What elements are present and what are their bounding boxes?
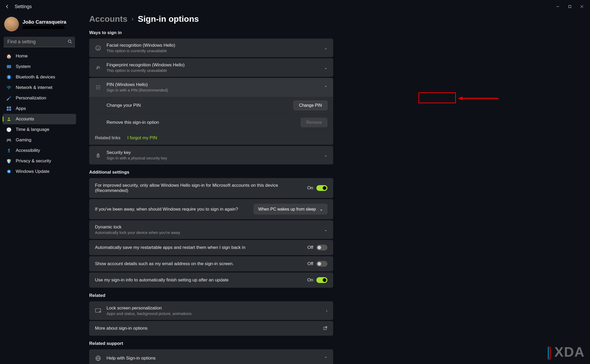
- remove-button[interactable]: Remove: [301, 118, 327, 127]
- usb-key-icon: [95, 153, 101, 158]
- external-link-icon: [323, 326, 327, 331]
- svg-point-27: [98, 156, 99, 156]
- sidebar-item-network[interactable]: Network & internet: [3, 82, 76, 93]
- sidebar-item-accounts[interactable]: Accounts: [3, 114, 76, 124]
- sidebar-item-system[interactable]: System: [3, 61, 76, 72]
- sidebar-item-home[interactable]: 🏠Home: [3, 51, 76, 61]
- apps-icon: [6, 106, 12, 111]
- svg-rect-28: [95, 309, 101, 312]
- svg-rect-6: [7, 106, 9, 108]
- svg-rect-4: [7, 65, 11, 68]
- page-title: Sign-in options: [138, 14, 199, 24]
- svg-point-11: [8, 149, 9, 150]
- search-icon: [68, 39, 72, 45]
- sidebar-item-update[interactable]: Windows Update: [3, 166, 76, 177]
- forgot-pin-link[interactable]: I forgot my PIN: [127, 135, 157, 141]
- svg-rect-8: [7, 109, 9, 111]
- option-security-key[interactable]: Security key Sign in with a physical sec…: [89, 146, 333, 164]
- chevron-down-icon: ⌄: [324, 228, 327, 232]
- svg-point-2: [68, 40, 71, 42]
- nav-list: 🏠Home System Bluetooth & devices Network…: [3, 51, 76, 177]
- bluetooth-icon: [6, 74, 12, 80]
- option-facial[interactable]: Facial recognition (Windows Hello) This …: [89, 39, 333, 57]
- svg-point-12: [7, 170, 11, 173]
- svg-point-20: [98, 87, 98, 87]
- svg-point-18: [99, 85, 100, 86]
- option-pin-header[interactable]: PIN (Windows Hello) Sign in with a PIN (…: [89, 78, 333, 97]
- setting-finish-setup: Use my sign-in info to automatically fin…: [89, 272, 333, 288]
- related-more[interactable]: More about sign-in options: [89, 321, 333, 336]
- sidebar-item-gaming[interactable]: 🎮Gaming: [3, 135, 76, 145]
- sidebar-item-bluetooth[interactable]: Bluetooth & devices: [3, 72, 76, 82]
- close-button[interactable]: [576, 2, 588, 11]
- gaming-icon: 🎮: [6, 137, 12, 143]
- accessibility-icon: [6, 148, 12, 153]
- globe-icon: 🕐: [6, 127, 12, 132]
- sidebar-item-apps[interactable]: Apps: [3, 103, 76, 114]
- related-lock-screen[interactable]: Lock screen personalization Apps and sta…: [89, 301, 333, 320]
- keypad-icon: [95, 85, 101, 90]
- wifi-icon: [6, 85, 12, 90]
- chevron-right-icon: ›: [326, 309, 327, 313]
- profile-name: João Carrasqueira: [23, 19, 66, 25]
- related-links-row: Related links I forgot my PIN: [89, 131, 333, 145]
- brush-icon: 🖌️: [6, 95, 12, 101]
- option-fingerprint[interactable]: Fingerprint recognition (Windows Hello) …: [89, 58, 333, 77]
- section-ways: Ways to sign in: [89, 30, 333, 35]
- away-dropdown[interactable]: When PC wakes up from sleep ⌄: [254, 204, 327, 215]
- face-icon: [95, 45, 101, 51]
- fingerprint-icon: [95, 65, 101, 71]
- svg-point-16: [96, 85, 97, 86]
- search-input[interactable]: [4, 37, 75, 47]
- setting-dynamic-lock[interactable]: Dynamic lock Automatically lock your dev…: [89, 220, 333, 239]
- svg-point-24: [99, 88, 100, 89]
- shield-icon: 🛡️: [6, 158, 12, 164]
- svg-point-17: [98, 85, 98, 86]
- svg-line-3: [71, 42, 72, 43]
- breadcrumb: Accounts › Sign-in options: [89, 14, 333, 24]
- profile-email-redacted: [23, 25, 65, 29]
- chevron-down-icon: ⌄: [324, 46, 327, 50]
- minimize-button[interactable]: [552, 2, 564, 11]
- svg-point-23: [98, 88, 98, 89]
- svg-point-21: [99, 87, 100, 87]
- sidebar-item-time[interactable]: 🕐Time & language: [3, 124, 76, 135]
- section-related: Related: [89, 293, 333, 298]
- window-title: Settings: [15, 4, 32, 9]
- person-icon: [6, 116, 12, 122]
- setting-away: If you've been away, when should Windows…: [89, 199, 333, 219]
- change-pin-button[interactable]: Change PIN: [294, 101, 327, 110]
- sidebar-item-privacy[interactable]: 🛡️Privacy & security: [3, 156, 76, 166]
- lockscreen-icon: [95, 308, 101, 313]
- breadcrumb-parent[interactable]: Accounts: [89, 14, 127, 24]
- remove-pin-row: Remove this sign-in option Remove: [89, 114, 333, 131]
- chevron-down-icon: ⌄: [320, 207, 323, 212]
- autosave-toggle[interactable]: [316, 245, 327, 250]
- hello-only-toggle[interactable]: [316, 185, 327, 191]
- chevron-up-icon: ⌃: [324, 356, 327, 360]
- svg-point-13: [96, 46, 100, 50]
- show-details-toggle[interactable]: [316, 261, 327, 267]
- chevron-down-icon: ⌄: [324, 66, 327, 70]
- chevron-up-icon: ⌃: [324, 85, 327, 89]
- svg-point-10: [8, 117, 10, 119]
- setting-autosave: Automatically save my restartable apps a…: [89, 240, 333, 255]
- svg-rect-7: [9, 106, 11, 108]
- chevron-down-icon: ⌄: [324, 153, 327, 157]
- svg-rect-25: [97, 155, 99, 157]
- support-help[interactable]: Help with Sign-in options ⌃: [89, 349, 333, 364]
- profile-block[interactable]: João Carrasqueira: [3, 15, 76, 37]
- svg-rect-9: [9, 109, 11, 111]
- sidebar-item-accessibility[interactable]: Accessibility: [3, 145, 76, 156]
- back-button[interactable]: [2, 1, 13, 12]
- sidebar-item-personalization[interactable]: 🖌️Personalization: [3, 93, 76, 103]
- maximize-button[interactable]: [564, 2, 576, 11]
- home-icon: 🏠: [6, 53, 12, 59]
- svg-point-29: [99, 311, 100, 312]
- update-icon: [6, 169, 12, 174]
- svg-rect-26: [98, 154, 99, 155]
- finish-setup-toggle[interactable]: [316, 277, 327, 283]
- setting-show-details: Show account details such as my email ad…: [89, 256, 333, 271]
- option-pin: PIN (Windows Hello) Sign in with a PIN (…: [89, 78, 333, 145]
- svg-point-15: [99, 47, 99, 48]
